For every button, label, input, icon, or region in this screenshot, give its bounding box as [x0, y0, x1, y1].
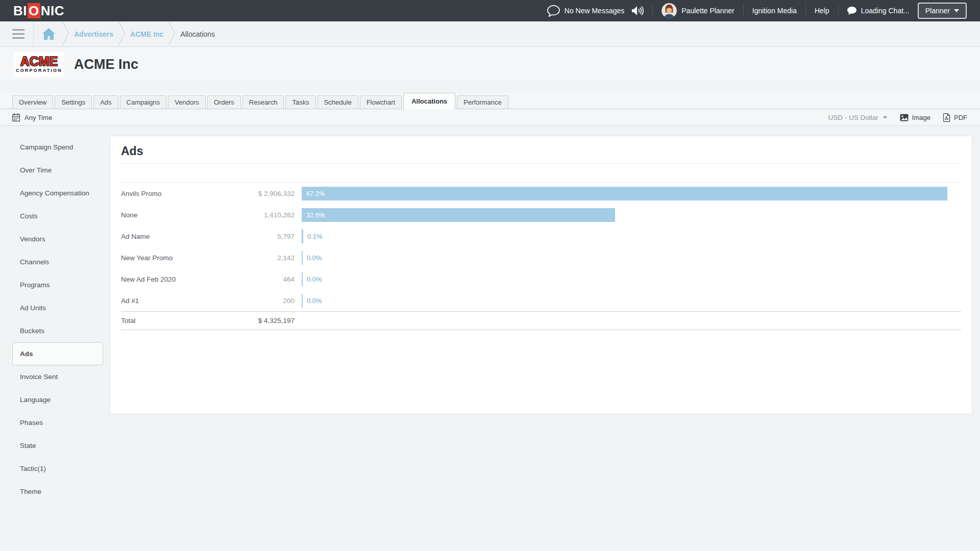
sidebar-item-invoice-sent[interactable]: Invoice Sent: [12, 365, 103, 388]
total-row: Total $ 4,325,197: [121, 311, 961, 330]
time-filter[interactable]: Any Time: [12, 113, 52, 121]
tab-ads[interactable]: Ads: [93, 95, 118, 109]
chevron-separator-icon: [168, 20, 176, 48]
sidebar-item-vendors[interactable]: Vendors: [12, 228, 103, 251]
sidebar-item-buckets[interactable]: Buckets: [12, 319, 103, 342]
row-label: New Ad Feb 2020: [121, 276, 226, 283]
org-menu[interactable]: Ignition Media: [752, 7, 797, 15]
page-title: ACME Inc: [74, 57, 138, 72]
sidebar-item-tactic-1[interactable]: Tactic(1): [12, 457, 103, 480]
advertiser-logo-text: ACME: [20, 56, 58, 67]
row-label: Ad Name: [121, 233, 226, 240]
sidebar-item-ads[interactable]: Ads: [12, 342, 103, 365]
tab-flowchart[interactable]: Flowchart: [360, 95, 402, 109]
tab-bar: OverviewSettingsAdsCampaignsVendorsOrder…: [0, 92, 980, 109]
allocation-bar: 32.6%: [302, 208, 615, 222]
volume-icon[interactable]: [631, 6, 644, 16]
tab-settings[interactable]: Settings: [55, 95, 92, 109]
allocation-bar: [302, 230, 303, 243]
export-pdf-label: PDF: [954, 114, 967, 121]
tab-research[interactable]: Research: [242, 95, 284, 109]
divider: [838, 4, 839, 18]
breadcrumb-bar: Advertisers ACME Inc Allocations: [0, 21, 980, 47]
tab-performance[interactable]: Performance: [457, 95, 508, 109]
content: Campaign SpendOver TimeAgency Compensati…: [0, 126, 980, 503]
row-label: Anvils Promo: [121, 190, 226, 197]
allocation-bar: [302, 251, 303, 265]
home-icon[interactable]: [42, 28, 55, 40]
image-icon: [900, 114, 909, 121]
help-link[interactable]: Help: [815, 7, 829, 15]
bar-track: 0.0%: [302, 294, 947, 308]
sidebar-item-language[interactable]: Language: [12, 388, 103, 411]
tab-tasks[interactable]: Tasks: [285, 95, 315, 109]
filter-right: USD - US Dollar Image PDF: [828, 113, 967, 122]
export-pdf-button[interactable]: PDF: [943, 113, 967, 122]
top-bar: BIONIC No New Messages Paulette Planner …: [0, 0, 980, 21]
sidebar-item-campaign-spend[interactable]: Campaign Spend: [12, 136, 103, 159]
sidebar-item-state[interactable]: State: [12, 434, 103, 457]
advertiser-logo: ACME CORPORATION: [14, 52, 64, 77]
currency-select[interactable]: USD - US Dollar: [828, 114, 887, 121]
bar-track: 67.2%: [302, 187, 947, 201]
time-filter-label: Any Time: [24, 114, 52, 121]
allocation-panel: Ads Anvils Promo$ 2,906,33267.2%None1,41…: [110, 136, 972, 414]
bar-track: 0.1%: [302, 230, 947, 243]
filter-bar: Any Time USD - US Dollar Image PDF: [0, 109, 980, 126]
calendar-icon: [12, 113, 20, 121]
chat-toggle[interactable]: Loading Chat...: [847, 7, 910, 15]
sidebar-item-programs[interactable]: Programs: [12, 273, 103, 296]
tab-schedule[interactable]: Schedule: [317, 95, 358, 109]
tab-allocations[interactable]: Allocations: [403, 93, 455, 109]
sidebar-item-theme[interactable]: Theme: [12, 480, 103, 503]
total-value: $ 4,325,197: [226, 317, 295, 324]
divider: [652, 4, 653, 18]
sidebar-item-ad-units[interactable]: Ad Units: [12, 296, 103, 319]
sidebar-item-channels[interactable]: Channels: [12, 251, 103, 273]
sidebar-item-costs[interactable]: Costs: [12, 205, 103, 228]
divider: [805, 4, 806, 18]
row-label: Ad #1: [121, 297, 226, 305]
row-label: New Year Promo: [121, 254, 226, 262]
planner-role-button[interactable]: Planner: [918, 3, 967, 19]
user-menu[interactable]: Paulette Planner: [662, 3, 734, 18]
allocation-bar: 67.2%: [302, 187, 947, 201]
chart-row: New Ad Feb 20204640.0%: [121, 268, 961, 290]
breadcrumb-advertisers[interactable]: Advertisers: [74, 30, 113, 38]
user-avatar: [662, 3, 677, 18]
bar-track: 32.6%: [302, 208, 947, 222]
advertiser-header: ACME CORPORATION ACME Inc: [0, 47, 980, 81]
tab-campaigns[interactable]: Campaigns: [120, 95, 167, 109]
sidebar-item-phases[interactable]: Phases: [12, 411, 103, 434]
bar-percent-label: 0.1%: [307, 233, 323, 240]
row-value: $ 2,906,332: [226, 190, 295, 197]
currency-label: USD - US Dollar: [828, 114, 878, 121]
divider: [743, 4, 744, 18]
bionic-logo[interactable]: BIONIC: [13, 3, 64, 19]
export-image-button[interactable]: Image: [900, 114, 930, 121]
tab-orders[interactable]: Orders: [207, 95, 241, 109]
export-image-label: Image: [912, 114, 930, 121]
chart-row: None1,410,26232.6%: [121, 204, 961, 226]
help-label: Help: [815, 7, 829, 15]
row-label: None: [121, 211, 226, 219]
chat-bubble-icon: [847, 7, 856, 15]
panel-title: Ads: [121, 144, 961, 158]
chart-row: Anvils Promo$ 2,906,33267.2%: [121, 183, 961, 204]
pdf-icon: [943, 113, 950, 122]
menu-icon[interactable]: [12, 29, 24, 39]
sidebar-item-over-time[interactable]: Over Time: [12, 159, 103, 182]
caret-down-icon: [954, 9, 959, 12]
chart-rows: Anvils Promo$ 2,906,33267.2%None1,410,26…: [121, 183, 961, 311]
tab-overview[interactable]: Overview: [12, 95, 53, 109]
tab-vendors[interactable]: Vendors: [168, 95, 206, 109]
row-value: 464: [226, 276, 295, 283]
sidebar-item-agency-compensation[interactable]: Agency Compensation: [12, 182, 103, 205]
messages-indicator[interactable]: No New Messages: [547, 5, 625, 17]
bar-percent-label: 32.6%: [302, 211, 325, 219]
breadcrumb-acme-inc[interactable]: ACME Inc: [130, 30, 163, 38]
bar-percent-label: 0.0%: [307, 297, 322, 305]
row-value: 200: [226, 297, 295, 305]
caret-down-icon: [883, 116, 887, 119]
chart-row: Ad Name5,7970.1%: [121, 226, 961, 247]
